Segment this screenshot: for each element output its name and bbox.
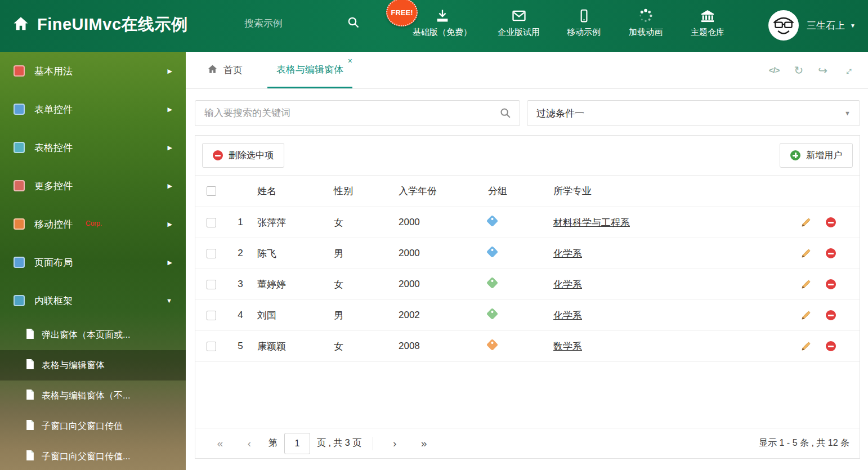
chevron-right-icon: ▶: [168, 259, 172, 266]
sidebar-subitem-label: 弹出窗体（本页面或...: [42, 329, 130, 341]
nav-label: 基础版（免费）: [413, 27, 472, 38]
cell-gender: 女: [330, 278, 395, 291]
delete-icon[interactable]: [826, 279, 836, 289]
row-checkbox[interactable]: [207, 311, 216, 320]
last-page-button[interactable]: »: [409, 437, 439, 450]
edit-icon[interactable]: [800, 341, 811, 352]
nav-enterprise-trial[interactable]: 企业版试用: [498, 7, 540, 38]
envelope-icon: [511, 7, 527, 24]
edit-icon[interactable]: [800, 310, 811, 321]
edit-icon[interactable]: [800, 279, 811, 290]
nav-mobile-demo[interactable]: 移动示例: [566, 7, 602, 38]
sidebar-subitem-label: 表格与编辑窗体（不...: [42, 390, 130, 402]
nav-label: 移动示例: [567, 27, 601, 38]
edit-icon[interactable]: [800, 248, 811, 259]
sidebar-item-grid-controls[interactable]: 表格控件 ▶: [0, 128, 186, 167]
user-menu: 三生石上 ▼: [768, 10, 856, 41]
add-user-label: 新增用户: [806, 150, 842, 162]
refresh-icon[interactable]: ↻: [794, 64, 803, 77]
sidebar-subitem-popup-window[interactable]: 弹出窗体（本页面或...: [0, 320, 186, 350]
sidebar-subitem-child-to-parent[interactable]: 子窗口向父窗口传值: [0, 411, 186, 441]
app-title: FineUIMvc在线示例: [37, 14, 188, 36]
caret-down-icon: ▼: [844, 110, 851, 117]
tab-grid-edit-window[interactable]: 表格与编辑窗体 ×: [267, 52, 352, 88]
first-page-button[interactable]: «: [205, 437, 235, 450]
chevron-right-icon: ▶: [168, 182, 172, 190]
source-code-icon[interactable]: </>: [769, 65, 780, 75]
delete-icon[interactable]: [826, 341, 836, 351]
sidebar-subitem-label: 子窗口向父窗口传值: [42, 420, 123, 432]
row-number: 1: [227, 217, 254, 228]
sidebar-item-more-controls[interactable]: 更多控件 ▶: [0, 167, 186, 205]
chevron-down-icon: ▼: [166, 297, 172, 304]
header-search-input[interactable]: [243, 17, 328, 30]
username: 三生石上: [807, 19, 845, 32]
grid-toolbar: 删除选中项 新增用户: [195, 136, 860, 176]
chevron-right-icon: ▶: [168, 68, 172, 75]
page-number-input[interactable]: [284, 433, 310, 454]
table-row: 4 刘国 男 2002 化学系: [195, 300, 860, 331]
nav-label: 加载动画: [629, 27, 663, 38]
data-grid: 删除选中项 新增用户 姓名 性别 入学年份 分组 所学专业 1 张萍萍 女 20…: [195, 135, 860, 459]
edit-icon[interactable]: [800, 217, 811, 228]
tag-icon: [486, 246, 498, 258]
nav-basic-edition[interactable]: 基础版（免费）: [413, 7, 472, 38]
minus-circle-icon: [213, 150, 223, 160]
brand[interactable]: FineUIMvc在线示例: [12, 14, 188, 36]
tab-home[interactable]: 首页: [203, 52, 247, 88]
delete-icon[interactable]: [826, 248, 836, 258]
sidebar-subitem-child-to-parent-2[interactable]: 子窗口向父窗口传值...: [0, 441, 186, 470]
username-dropdown[interactable]: 三生石上 ▼: [807, 19, 856, 32]
sidebar-item-label: 移动控件: [34, 218, 73, 231]
major-link[interactable]: 化学系: [553, 248, 582, 259]
row-checkbox[interactable]: [207, 218, 216, 227]
next-page-button[interactable]: ›: [380, 437, 409, 450]
major-link[interactable]: 材料科学与工程系: [553, 217, 630, 228]
major-link[interactable]: 数学系: [553, 341, 582, 352]
row-checkbox[interactable]: [207, 342, 216, 351]
delete-icon[interactable]: [826, 217, 836, 227]
nav-theme-repo[interactable]: 主题仓库: [690, 7, 726, 38]
delete-selected-label: 删除选中项: [229, 150, 274, 162]
sidebar-item-iframe[interactable]: 内联框架 ▼: [0, 281, 186, 320]
search-icon[interactable]: [347, 16, 360, 32]
column-major: 所学专业: [550, 185, 786, 198]
sidebar-item-form-controls[interactable]: 表单控件 ▶: [0, 90, 186, 128]
major-link[interactable]: 化学系: [553, 310, 582, 321]
close-icon[interactable]: ×: [348, 57, 352, 65]
tab-bar: 首页 表格与编辑窗体 × </> ↻ ↪ ↔: [186, 52, 868, 89]
add-user-button[interactable]: 新增用户: [780, 143, 853, 168]
sidebar-item-mobile-controls[interactable]: 移动控件 Corp. ▶: [0, 205, 186, 243]
cell-name: 康颖颖: [254, 340, 330, 353]
sidebar-subitem-grid-edit-window-2[interactable]: 表格与编辑窗体（不...: [0, 381, 186, 411]
search-icon[interactable]: [491, 101, 520, 126]
sidebar-subitem-label: 表格与编辑窗体: [42, 360, 105, 371]
top-header: FineUIMvc在线示例 FREE! 基础版（免费） 企业版试用 移动示例: [0, 0, 868, 52]
column-group: 分组: [482, 185, 550, 198]
cell-name: 陈飞: [254, 247, 330, 260]
delete-icon[interactable]: [826, 310, 836, 320]
row-checkbox[interactable]: [207, 249, 216, 258]
sidebar-subitem-grid-edit-window[interactable]: 表格与编辑窗体: [0, 350, 186, 381]
sidebar-item-label: 基本用法: [34, 65, 73, 78]
nav-loading-animation[interactable]: 加载动画: [628, 7, 664, 38]
keyword-search-input[interactable]: [195, 108, 491, 119]
row-checkbox[interactable]: [207, 280, 216, 289]
nav-label: 企业版试用: [498, 27, 540, 38]
select-all-checkbox[interactable]: [207, 186, 216, 196]
major-link[interactable]: 化学系: [553, 279, 582, 290]
sidebar-item-label: 表格控件: [34, 141, 73, 154]
sidebar: 基本用法 ▶ 表单控件 ▶ 表格控件 ▶ 更多控件 ▶ 移动控件 Corp. ▶…: [0, 52, 186, 470]
delete-selected-button[interactable]: 删除选中项: [202, 143, 284, 168]
sidebar-item-page-layout[interactable]: 页面布局 ▶: [0, 243, 186, 281]
table-header: 姓名 性别 入学年份 分组 所学专业: [195, 176, 860, 207]
column-name: 姓名: [254, 185, 330, 198]
prev-page-button[interactable]: ‹: [235, 437, 264, 450]
filter-dropdown[interactable]: 过滤条件一 ▼: [527, 100, 860, 126]
avatar[interactable]: [768, 10, 799, 41]
sidebar-item-basic-usage[interactable]: 基本用法 ▶: [0, 52, 186, 90]
sidebar-submenu: 弹出窗体（本页面或... 表格与编辑窗体 表格与编辑窗体（不... 子窗口向父窗…: [0, 320, 186, 470]
share-icon[interactable]: ↪: [818, 64, 827, 77]
fullscreen-icon[interactable]: ↔: [839, 61, 856, 78]
cell-gender: 女: [330, 216, 395, 229]
